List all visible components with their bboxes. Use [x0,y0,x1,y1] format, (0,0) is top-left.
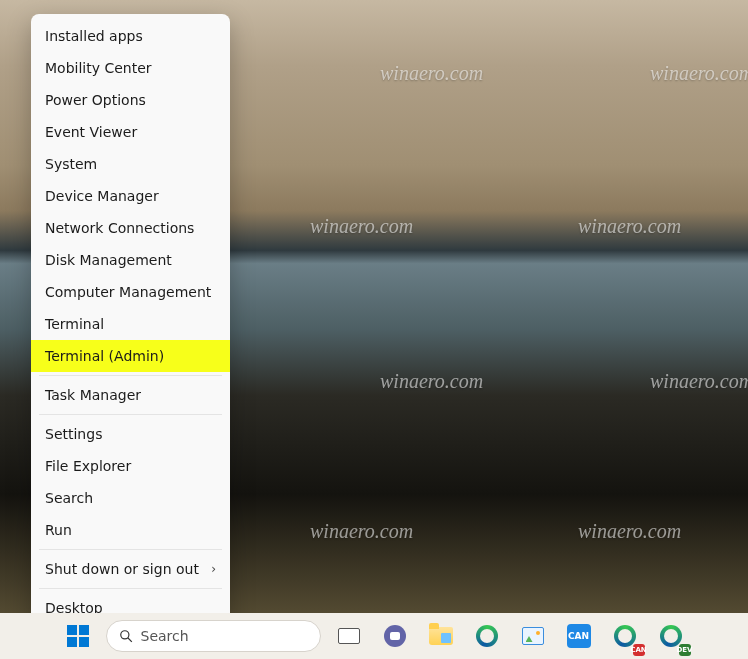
file-explorer-button[interactable] [423,618,459,654]
menu-item-computer-management[interactable]: Computer Management [31,276,230,308]
menu-item-task-manager[interactable]: Task Manager [31,379,230,411]
canary-badge: CAN [633,644,645,656]
edge-button[interactable] [469,618,505,654]
dev-badge: DEV [679,644,691,656]
windows-logo-icon [66,624,90,648]
search-icon [119,629,133,643]
menu-item-settings[interactable]: Settings [31,418,230,450]
menu-item-label: Search [45,490,93,506]
menu-item-disk-management[interactable]: Disk Management [31,244,230,276]
menu-separator [39,375,222,376]
svg-rect-3 [79,637,89,647]
task-view-icon [338,628,360,644]
menu-item-device-manager[interactable]: Device Manager [31,180,230,212]
menu-item-label: Installed apps [45,28,143,44]
menu-separator [39,414,222,415]
svg-rect-0 [67,625,77,635]
menu-item-installed-apps[interactable]: Installed apps [31,20,230,52]
menu-item-label: Shut down or sign out [45,561,199,577]
photos-button[interactable] [515,618,551,654]
menu-item-label: Power Options [45,92,146,108]
menu-item-run[interactable]: Run [31,514,230,546]
menu-item-mobility-center[interactable]: Mobility Center [31,52,230,84]
chevron-right-icon: › [211,562,216,576]
menu-item-file-explorer[interactable]: File Explorer [31,450,230,482]
edge-canary-button[interactable]: CAN [607,618,643,654]
menu-item-label: Event Viewer [45,124,137,140]
svg-line-5 [127,638,131,642]
edge-icon [476,625,498,647]
photos-icon [522,627,544,645]
menu-separator [39,549,222,550]
menu-item-label: File Explorer [45,458,131,474]
app-can-icon: CAN [567,624,591,648]
winx-context-menu: Installed appsMobility CenterPower Optio… [31,14,230,630]
menu-item-label: Task Manager [45,387,141,403]
menu-item-label: Computer Management [45,284,211,300]
search-placeholder: Search [141,628,189,644]
menu-item-shut-down-or-sign-out[interactable]: Shut down or sign out› [31,553,230,585]
menu-item-label: Device Manager [45,188,159,204]
menu-item-system[interactable]: System [31,148,230,180]
chat-button[interactable] [377,618,413,654]
menu-item-label: Settings [45,426,102,442]
menu-item-terminal-admin[interactable]: Terminal (Admin) [31,340,230,372]
pinned-app-can-button[interactable]: CAN [561,618,597,654]
menu-item-label: System [45,156,97,172]
menu-item-network-connections[interactable]: Network Connections [31,212,230,244]
svg-rect-2 [67,637,77,647]
edge-icon [614,625,636,647]
svg-point-4 [120,631,128,639]
task-view-button[interactable] [331,618,367,654]
chat-icon [384,625,406,647]
menu-item-label: Disk Management [45,252,172,268]
menu-item-label: Terminal (Admin) [45,348,164,364]
start-button[interactable] [60,618,96,654]
taskbar: Search CAN CAN DEV [0,613,748,659]
folder-icon [429,627,453,645]
menu-item-terminal[interactable]: Terminal [31,308,230,340]
edge-dev-button[interactable]: DEV [653,618,689,654]
svg-rect-1 [79,625,89,635]
menu-item-label: Terminal [45,316,104,332]
menu-item-power-options[interactable]: Power Options [31,84,230,116]
menu-item-event-viewer[interactable]: Event Viewer [31,116,230,148]
menu-item-label: Mobility Center [45,60,152,76]
menu-item-label: Run [45,522,72,538]
menu-separator [39,588,222,589]
menu-item-search[interactable]: Search [31,482,230,514]
edge-icon [660,625,682,647]
taskbar-search-box[interactable]: Search [106,620,321,652]
menu-item-label: Network Connections [45,220,194,236]
